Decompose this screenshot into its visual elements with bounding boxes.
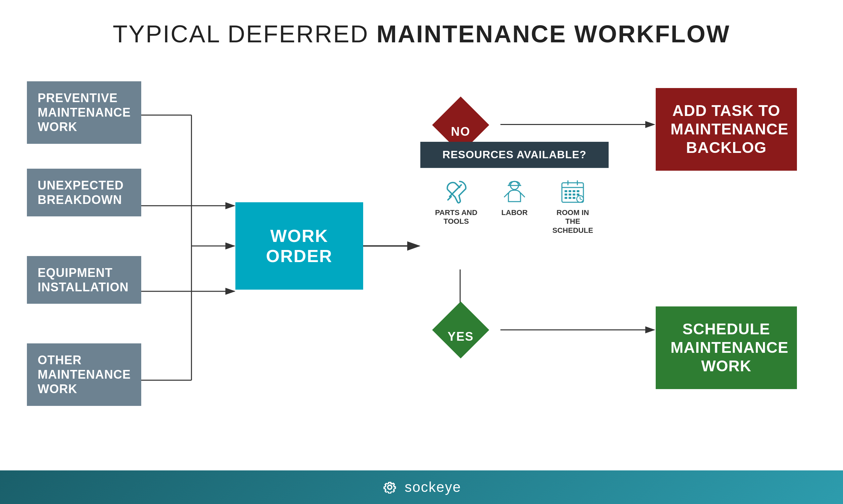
schedule-room-label: ROOM IN THESCHEDULE — [549, 208, 596, 235]
parts-tools-label: PARTS ANDTOOLS — [435, 208, 477, 226]
footer-brand-name: sockeye — [405, 479, 461, 495]
svg-rect-33 — [577, 194, 579, 196]
parts-tools-icon — [443, 178, 470, 205]
svg-rect-29 — [577, 190, 579, 192]
main-container: TYPICAL DEFERRED MAINTENANCE WORKFLOW — [0, 0, 843, 504]
page-title: TYPICAL DEFERRED MAINTENANCE WORKFLOW — [27, 20, 816, 48]
schedule-icon — [559, 178, 586, 205]
svg-rect-36 — [573, 197, 575, 199]
add-task-box: ADD TASK TOMAINTENANCEBACKLOG — [656, 88, 797, 171]
schedule-room-item: ROOM IN THESCHEDULE — [549, 178, 596, 235]
equipment-installation-box: EQUIPMENTINSTALLATION — [27, 256, 141, 304]
svg-rect-30 — [565, 194, 567, 196]
work-order-box: WORK ORDER — [235, 202, 363, 290]
unexpected-breakdown-box: UNEXPECTEDBREAKDOWN — [27, 169, 141, 216]
svg-line-21 — [521, 193, 525, 197]
schedule-maintenance-box: SCHEDULEMAINTENANCEWORK — [656, 306, 797, 389]
svg-rect-31 — [568, 194, 571, 196]
svg-rect-28 — [573, 190, 575, 192]
work-order-label: WORK ORDER — [235, 226, 363, 266]
svg-rect-32 — [573, 194, 575, 196]
no-label: NO — [440, 111, 481, 152]
labor-icon — [501, 178, 528, 205]
svg-line-20 — [504, 193, 508, 197]
other-maintenance-box: OTHERMAINTENANCEWORK — [27, 343, 141, 406]
gear-icon — [382, 479, 398, 495]
svg-rect-34 — [565, 197, 567, 199]
diagram: PREVENTIVEMAINTENANCEWORK UNEXPECTEDBREA… — [27, 75, 816, 444]
footer: sockeye — [0, 470, 843, 504]
svg-rect-27 — [568, 190, 571, 192]
svg-rect-35 — [568, 197, 571, 199]
svg-rect-26 — [565, 190, 567, 192]
parts-tools-item: PARTS ANDTOOLS — [433, 178, 480, 235]
content-area: TYPICAL DEFERRED MAINTENANCE WORKFLOW — [0, 0, 843, 470]
yes-label: YES — [440, 317, 481, 357]
resources-icons-container: PARTS ANDTOOLS — [420, 168, 609, 245]
labor-item: LABOR — [491, 178, 538, 235]
resources-available-box: RESOURCES AVAILABLE? PARTS ANDTOOLS — [420, 142, 609, 245]
preventive-maintenance-box: PREVENTIVEMAINTENANCEWORK — [27, 81, 141, 144]
labor-label: LABOR — [502, 208, 528, 217]
